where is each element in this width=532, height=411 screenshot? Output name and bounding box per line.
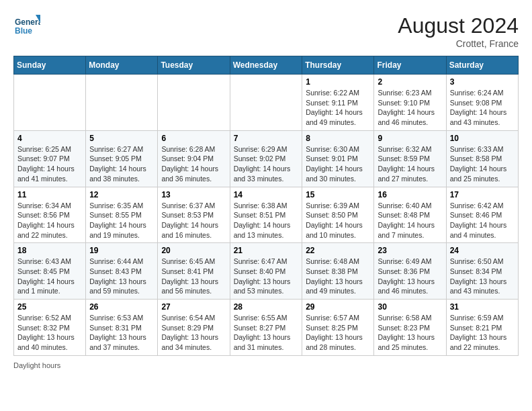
day-number: 17 [450,190,515,199]
weekday-header-monday: Monday [86,56,158,75]
calendar-cell: 26Sunrise: 6:53 AMSunset: 8:31 PMDayligh… [86,300,158,356]
calendar-cell: 8Sunrise: 6:30 AMSunset: 9:01 PMDaylight… [302,130,374,187]
month-year: August 2024 [398,13,519,38]
day-number: 25 [17,302,82,312]
weekday-header-friday: Friday [374,56,446,75]
day-number: 10 [450,134,515,143]
day-number: 1 [306,77,370,87]
day-info: Sunrise: 6:37 AMSunset: 8:53 PMDaylight:… [161,201,226,240]
day-info: Sunrise: 6:47 AMSunset: 8:40 PMDaylight:… [234,257,299,296]
calendar-cell: 1Sunrise: 6:22 AMSunset: 9:11 PMDaylight… [302,75,374,131]
day-number: 12 [89,190,154,199]
day-info: Sunrise: 6:48 AMSunset: 8:38 PMDaylight:… [306,257,370,296]
day-info: Sunrise: 6:32 AMSunset: 8:59 PMDaylight:… [378,144,442,184]
day-info: Sunrise: 6:59 AMSunset: 8:21 PMDaylight:… [450,313,515,353]
week-row-5: 25Sunrise: 6:52 AMSunset: 8:32 PMDayligh… [14,300,519,356]
day-number: 4 [17,134,82,143]
location: Crottet, France [398,38,519,49]
day-number: 24 [450,246,515,255]
title-area: August 2024 Crottet, France [398,13,519,49]
weekday-header-saturday: Saturday [446,56,518,75]
svg-text:Blue: Blue [15,26,32,36]
calendar-cell: 5Sunrise: 6:27 AMSunset: 9:05 PMDaylight… [86,130,158,187]
day-info: Sunrise: 6:39 AMSunset: 8:50 PMDaylight:… [306,201,370,240]
day-info: Sunrise: 6:27 AMSunset: 9:05 PMDaylight:… [89,144,154,184]
day-number: 30 [378,302,442,312]
day-info: Sunrise: 6:25 AMSunset: 9:07 PMDaylight:… [17,144,82,184]
calendar-cell [230,75,302,131]
day-info: Sunrise: 6:57 AMSunset: 8:25 PMDaylight:… [306,313,370,353]
daylight-note: Daylight hours [13,361,60,369]
day-info: Sunrise: 6:53 AMSunset: 8:31 PMDaylight:… [89,313,154,353]
day-number: 14 [234,190,299,199]
day-info: Sunrise: 6:33 AMSunset: 8:58 PMDaylight:… [450,144,515,184]
calendar-cell [14,75,86,131]
day-info: Sunrise: 6:44 AMSunset: 8:43 PMDaylight:… [89,257,154,296]
calendar-cell: 2Sunrise: 6:23 AMSunset: 9:10 PMDaylight… [374,75,446,131]
day-number: 8 [306,134,370,143]
calendar-cell [158,75,230,131]
day-info: Sunrise: 6:52 AMSunset: 8:32 PMDaylight:… [17,313,82,353]
calendar-cell: 31Sunrise: 6:59 AMSunset: 8:21 PMDayligh… [446,300,518,356]
day-number: 18 [17,246,82,255]
footer-note: Daylight hours [13,361,519,369]
day-info: Sunrise: 6:49 AMSunset: 8:36 PMDaylight:… [378,257,442,296]
weekday-header-row: SundayMondayTuesdayWednesdayThursdayFrid… [14,56,519,75]
day-number: 19 [89,246,154,255]
day-number: 27 [161,302,226,312]
day-info: Sunrise: 6:28 AMSunset: 9:04 PMDaylight:… [161,144,226,184]
weekday-header-tuesday: Tuesday [158,56,230,75]
calendar-cell: 27Sunrise: 6:54 AMSunset: 8:29 PMDayligh… [158,300,230,356]
calendar-cell: 22Sunrise: 6:48 AMSunset: 8:38 PMDayligh… [302,243,374,300]
day-info: Sunrise: 6:22 AMSunset: 9:11 PMDaylight:… [306,88,370,128]
calendar-cell: 4Sunrise: 6:25 AMSunset: 9:07 PMDaylight… [14,130,86,187]
day-info: Sunrise: 6:42 AMSunset: 8:46 PMDaylight:… [450,201,515,240]
calendar-cell: 15Sunrise: 6:39 AMSunset: 8:50 PMDayligh… [302,187,374,243]
calendar-cell: 12Sunrise: 6:35 AMSunset: 8:55 PMDayligh… [86,187,158,243]
day-number: 3 [450,77,515,87]
day-info: Sunrise: 6:30 AMSunset: 9:01 PMDaylight:… [306,144,370,184]
day-info: Sunrise: 6:35 AMSunset: 8:55 PMDaylight:… [89,201,154,240]
weekday-header-wednesday: Wednesday [230,56,302,75]
calendar-cell [86,75,158,131]
calendar-cell: 29Sunrise: 6:57 AMSunset: 8:25 PMDayligh… [302,300,374,356]
day-info: Sunrise: 6:23 AMSunset: 9:10 PMDaylight:… [378,88,442,128]
calendar-cell: 17Sunrise: 6:42 AMSunset: 8:46 PMDayligh… [446,187,518,243]
day-number: 7 [234,134,299,143]
day-number: 20 [161,246,226,255]
day-info: Sunrise: 6:38 AMSunset: 8:51 PMDaylight:… [234,201,299,240]
day-number: 2 [378,77,442,87]
logo-svg: General Blue [13,13,40,40]
calendar-cell: 9Sunrise: 6:32 AMSunset: 8:59 PMDaylight… [374,130,446,187]
day-number: 26 [89,302,154,312]
day-info: Sunrise: 6:40 AMSunset: 8:48 PMDaylight:… [378,201,442,240]
logo: General Blue [13,13,40,40]
calendar-cell: 11Sunrise: 6:34 AMSunset: 8:56 PMDayligh… [14,187,86,243]
day-info: Sunrise: 6:24 AMSunset: 9:08 PMDaylight:… [450,88,515,128]
day-number: 22 [306,246,370,255]
week-row-4: 18Sunrise: 6:43 AMSunset: 8:45 PMDayligh… [14,243,519,300]
day-info: Sunrise: 6:55 AMSunset: 8:27 PMDaylight:… [234,313,299,353]
header: General Blue August 2024 Crottet, France [13,13,519,49]
day-number: 16 [378,190,442,199]
calendar-cell: 14Sunrise: 6:38 AMSunset: 8:51 PMDayligh… [230,187,302,243]
calendar-cell: 13Sunrise: 6:37 AMSunset: 8:53 PMDayligh… [158,187,230,243]
week-row-3: 11Sunrise: 6:34 AMSunset: 8:56 PMDayligh… [14,187,519,243]
day-number: 5 [89,134,154,143]
day-info: Sunrise: 6:54 AMSunset: 8:29 PMDaylight:… [161,313,226,353]
svg-text:General: General [15,17,40,27]
week-row-1: 1Sunrise: 6:22 AMSunset: 9:11 PMDaylight… [14,75,519,131]
calendar-table: SundayMondayTuesdayWednesdayThursdayFrid… [13,56,519,356]
weekday-header-sunday: Sunday [14,56,86,75]
day-number: 6 [161,134,226,143]
day-number: 21 [234,246,299,255]
day-number: 9 [378,134,442,143]
weekday-header-thursday: Thursday [302,56,374,75]
day-info: Sunrise: 6:50 AMSunset: 8:34 PMDaylight:… [450,257,515,296]
day-number: 29 [306,302,370,312]
day-info: Sunrise: 6:45 AMSunset: 8:41 PMDaylight:… [161,257,226,296]
week-row-2: 4Sunrise: 6:25 AMSunset: 9:07 PMDaylight… [14,130,519,187]
calendar-cell: 7Sunrise: 6:29 AMSunset: 9:02 PMDaylight… [230,130,302,187]
calendar-cell: 3Sunrise: 6:24 AMSunset: 9:08 PMDaylight… [446,75,518,131]
day-info: Sunrise: 6:58 AMSunset: 8:23 PMDaylight:… [378,313,442,353]
